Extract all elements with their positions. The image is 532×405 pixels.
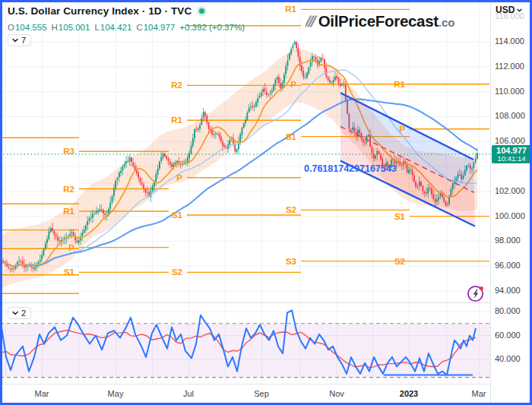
price-axis-label: 106.000 <box>495 136 525 145</box>
time-axis[interactable]: ⚙ MarMayJulSepNov2023Mar <box>0 384 532 405</box>
price-axis-label: 102.000 <box>495 186 525 195</box>
pivot-label: S2 <box>286 205 296 214</box>
open-key: O <box>8 23 14 32</box>
oscillator-axis-label: 80.000 <box>495 306 521 315</box>
pivot-label: S2 <box>172 267 182 277</box>
logo-text: OilPriceForecast <box>318 12 439 30</box>
fib-ratio-label: 0.7618174297167543 <box>304 163 397 174</box>
price-axis-label: 96.000 <box>495 261 521 270</box>
pivot-label: S2 <box>394 257 405 266</box>
symbol-header[interactable]: U.S. Dollar Currency Index · 1D · TVC <box>8 5 207 17</box>
lower-indicators-collapse-button[interactable]: 2 <box>8 307 31 319</box>
time-axis-label: 2023 <box>400 389 418 398</box>
badge-countdown: 10:41:14 <box>492 155 531 163</box>
pivot-label: S1 <box>394 212 406 221</box>
main-chart-canvas[interactable]: R3R2R1PS1R2R1PS1S2R1PS1S2S3R1PS1S2 <box>0 0 532 405</box>
time-axis-label: Mar <box>472 389 486 398</box>
change-value: +0.392 (+0.37%) <box>179 23 245 32</box>
ohlc-row: O104.555 H105.001 L104.421 C104.977 +0.3… <box>8 23 245 32</box>
logo-slashes-icon: /// <box>306 13 315 30</box>
pivot-label: S3 <box>286 257 296 266</box>
pivot-label: P <box>68 243 74 252</box>
pivot-label: S1 <box>172 210 183 220</box>
time-axis-label: Nov <box>329 389 344 398</box>
market-status-icon[interactable] <box>197 6 207 16</box>
pivot-label: R1 <box>171 115 182 125</box>
price-axis-label: 100.000 <box>495 211 525 220</box>
oilpriceforecast-logo[interactable]: /// OilPriceForecast .co <box>306 12 490 30</box>
high-key: H <box>52 23 58 32</box>
open-value: 104.555 <box>15 23 47 32</box>
main-indicators-collapse-button[interactable]: 7 <box>8 34 31 46</box>
pivot-label: S1 <box>64 267 75 277</box>
current-price-badge: 104.977 10:41:14 <box>492 145 531 163</box>
price-axis-label: 110.000 <box>495 87 524 96</box>
lightning-icon <box>466 283 486 303</box>
pivot-label: R1 <box>63 207 74 216</box>
flash-ideas-button[interactable] <box>466 283 486 306</box>
time-axis-label: May <box>108 389 124 398</box>
pivot-label: P <box>399 125 405 134</box>
chevron-down-icon <box>12 38 18 43</box>
pivot-label: R1 <box>285 5 296 14</box>
pivot-label: P <box>176 173 182 182</box>
price-axis-label: 94.000 <box>495 286 521 295</box>
trading-chart-widget: R3R2R1PS1R2R1PS1S2R1PS1S2S3R1PS1S2 U.S. … <box>0 0 532 405</box>
close-value: 104.977 <box>144 23 176 32</box>
price-axis-label: 112.000 <box>495 62 524 71</box>
notification-dot <box>480 286 483 290</box>
close-key: C <box>136 23 142 32</box>
price-axis-label: 108.000 <box>495 111 525 120</box>
logo-suffix: .co <box>439 16 455 29</box>
oscillator-axis-label: 60.000 <box>495 331 521 340</box>
oscillator-axis-label: 40.000 <box>495 354 521 363</box>
price-axis[interactable]: USD 104.977 10:41:14 116.000114.000112.0… <box>490 0 532 405</box>
price-axis-label: 114.000 <box>495 36 524 46</box>
pivot-label: R2 <box>171 81 182 90</box>
main-indicators-count: 7 <box>21 36 26 45</box>
price-axis-label: 116.000 <box>495 11 524 21</box>
lower-indicators-count: 2 <box>21 308 26 318</box>
time-axis-label: Mar <box>35 389 49 398</box>
chevron-down-icon <box>12 311 18 315</box>
low-key: L <box>94 23 99 32</box>
pivot-label: P <box>290 80 296 89</box>
low-value: 104.421 <box>100 23 132 32</box>
time-axis-label: Sep <box>254 389 269 398</box>
pivot-label: R3 <box>63 147 74 156</box>
time-axis-label: Jul <box>183 389 194 398</box>
pivot-label: S1 <box>286 132 297 141</box>
high-value: 105.001 <box>59 23 90 32</box>
pivot-label: R2 <box>63 185 74 194</box>
symbol-title[interactable]: U.S. Dollar Currency Index · 1D · TVC <box>8 5 192 17</box>
pivot-label: R1 <box>394 80 405 89</box>
price-axis-label: 98.000 <box>495 236 521 245</box>
